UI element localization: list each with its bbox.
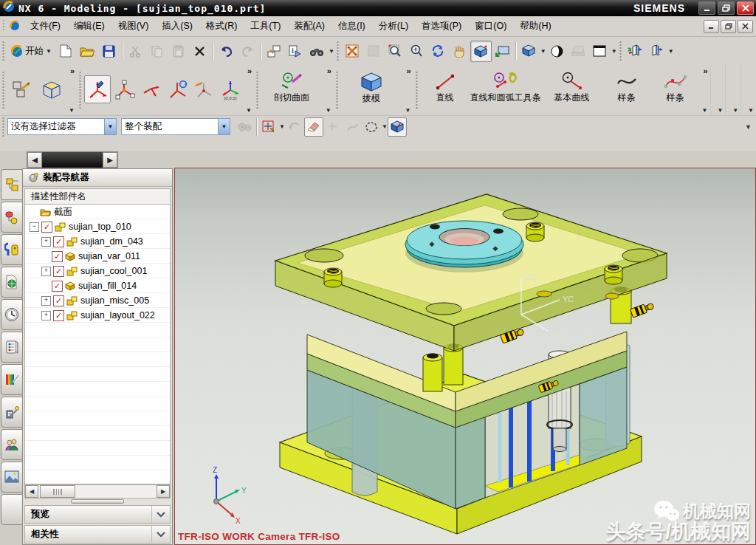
navigator-horizontal-scrollbar[interactable]: ◀ ▶ (24, 484, 171, 498)
title-bar[interactable]: NX 6 - Modeling - [sujian_top_010.prt] S… (0, 0, 756, 16)
shaded-selection-button[interactable] (388, 117, 407, 137)
line-button[interactable]: 直线 (421, 66, 470, 114)
chevron-down-icon[interactable]: ▼ (717, 107, 723, 114)
menu-analysis[interactable]: 分析(L) (372, 18, 415, 35)
fit-view-button[interactable] (342, 41, 363, 62)
snap-point-button[interactable] (259, 117, 278, 137)
open-file-button[interactable] (77, 41, 98, 62)
slider-left-arrow[interactable]: ◀ (27, 152, 42, 168)
combo-arrow-icon[interactable]: ▼ (104, 119, 116, 134)
chevron-down-icon[interactable]: ▼ (732, 107, 738, 114)
toolbar-grip[interactable] (415, 70, 419, 110)
component-checkbox[interactable]: ✓ (53, 295, 64, 306)
slider-right-arrow[interactable]: ▶ (103, 152, 117, 168)
basic-curves-button[interactable]: 基本曲线 (542, 66, 602, 114)
overflow-chevron-icon[interactable]: » (406, 66, 410, 75)
csys-three-axis-button[interactable] (137, 75, 164, 103)
gallery-tab[interactable] (1, 462, 23, 493)
materials-tab[interactable] (1, 364, 23, 395)
chevron-down-icon[interactable]: ▼ (702, 107, 708, 114)
undo-button[interactable] (216, 41, 237, 62)
rotate-view-button[interactable] (427, 41, 449, 62)
minimize-button[interactable] (698, 1, 715, 15)
chevron-down-icon[interactable]: ▼ (382, 123, 388, 130)
delete-button[interactable] (189, 41, 210, 62)
background-color-button[interactable] (589, 41, 611, 62)
toolbar-grip[interactable] (336, 41, 340, 61)
slider-track[interactable] (42, 152, 103, 168)
tree-row-child[interactable]: + ✓ sujian_layout_022 (25, 308, 170, 323)
component-checkbox[interactable]: ✓ (52, 281, 63, 292)
menu-edit[interactable]: 编辑(E) (67, 18, 111, 35)
rendering-style-button[interactable] (546, 41, 568, 62)
chevron-down-icon[interactable]: ▼ (540, 48, 546, 55)
menu-window[interactable]: 窗口(O) (468, 18, 513, 35)
web-browser-tab[interactable] (1, 397, 23, 428)
copy-button[interactable] (146, 41, 168, 62)
menu-help[interactable]: 帮助(H) (513, 18, 557, 35)
mdi-restore-button[interactable] (721, 20, 736, 33)
preview-section-bar[interactable]: 预览 (24, 505, 171, 524)
component-checkbox[interactable]: ✓ (41, 222, 52, 233)
rollback-selection-button[interactable] (285, 117, 304, 137)
sketch-layout-button[interactable] (7, 72, 37, 108)
pan-view-button[interactable] (449, 41, 470, 62)
tree-row-root[interactable]: − ✓ sujian_top_010 (25, 219, 170, 234)
tree-row-child[interactable]: + ✓ sujian_misc_005 (25, 293, 170, 308)
selection-filter-combo[interactable]: 没有选择过滤器 ▼ (7, 118, 117, 135)
menu-file[interactable]: 文件(F) (24, 18, 67, 35)
tree-row-child[interactable]: + ✓ sujian_cool_001 (25, 264, 170, 278)
line-arc-toolbar-button[interactable]: 直线和圆弧工具条 (470, 66, 542, 114)
select-curve-button[interactable] (343, 117, 362, 137)
component-checkbox[interactable]: ✓ (52, 251, 63, 262)
close-button[interactable] (737, 1, 754, 15)
tree-row-child[interactable]: ✓ sujian_var_011 (25, 249, 170, 264)
paste-button[interactable] (168, 41, 189, 62)
chevron-down-icon[interactable]: ▼ (611, 48, 617, 55)
tree-row-sections[interactable]: 截面 (25, 205, 170, 219)
isometric-view-button[interactable] (518, 41, 540, 62)
menu-information[interactable]: 信息(I) (331, 18, 372, 35)
expand-expander-icon[interactable]: + (41, 296, 51, 306)
chevron-down-icon[interactable]: ▼ (326, 107, 331, 114)
new-file-button[interactable] (55, 41, 77, 62)
chevron-down-icon[interactable]: ▼ (668, 48, 674, 55)
component-checkbox[interactable]: ✓ (53, 310, 64, 321)
combo-arrow-icon[interactable]: ▼ (218, 119, 230, 134)
chevron-down-icon[interactable]: ▼ (279, 123, 285, 130)
component-checkbox[interactable]: ✓ (53, 236, 64, 247)
redo-button[interactable] (237, 41, 258, 62)
dependencies-section-bar[interactable]: 相关性 (24, 525, 171, 544)
palettes-tab[interactable] (1, 332, 23, 363)
tree-row-child[interactable]: + ✓ sujian_dm_043 (25, 234, 170, 249)
mdi-minimize-button[interactable] (704, 20, 719, 33)
zoom-in-out-button[interactable] (406, 41, 427, 62)
filter-gears-button[interactable] (235, 117, 254, 137)
edit-section-button[interactable] (646, 41, 667, 62)
csys-rotate-button[interactable] (164, 75, 190, 103)
3d-scene[interactable]: ZC YC XC Z Y X (175, 168, 755, 544)
csys-dynamic-button[interactable] (84, 75, 111, 103)
expand-expander-icon[interactable]: + (41, 311, 51, 321)
history-tab[interactable] (1, 299, 23, 330)
restore-button[interactable] (718, 1, 735, 15)
overflow-chevron-icon[interactable]: » (70, 66, 75, 75)
csys-offset-button[interactable] (190, 75, 217, 103)
chevron-down-icon[interactable]: ▼ (69, 107, 75, 114)
menu-format[interactable]: 格式(R) (199, 18, 244, 35)
save-file-button[interactable] (98, 41, 120, 62)
mdi-close-button[interactable] (738, 20, 753, 33)
restore-view-button[interactable] (492, 41, 513, 62)
resource-bar-slider[interactable]: ◀ ▶ (27, 151, 118, 168)
scroll-left-arrow[interactable]: ◀ (25, 485, 38, 498)
menu-preferences[interactable]: 首选项(P) (415, 18, 468, 35)
display-mode-button[interactable] (568, 41, 589, 62)
draft-button[interactable]: 拔模 (341, 66, 402, 114)
general-selection-button[interactable] (304, 117, 323, 137)
chevron-down-icon[interactable]: ▼ (246, 107, 252, 114)
toolbar-overflow-icon[interactable]: ▼ (329, 48, 334, 55)
chevron-down-icon[interactable]: ▼ (405, 107, 411, 114)
find-button[interactable] (306, 41, 328, 62)
spline-button[interactable]: 样条 (602, 66, 651, 114)
menu-insert[interactable]: 插入(S) (155, 18, 199, 35)
